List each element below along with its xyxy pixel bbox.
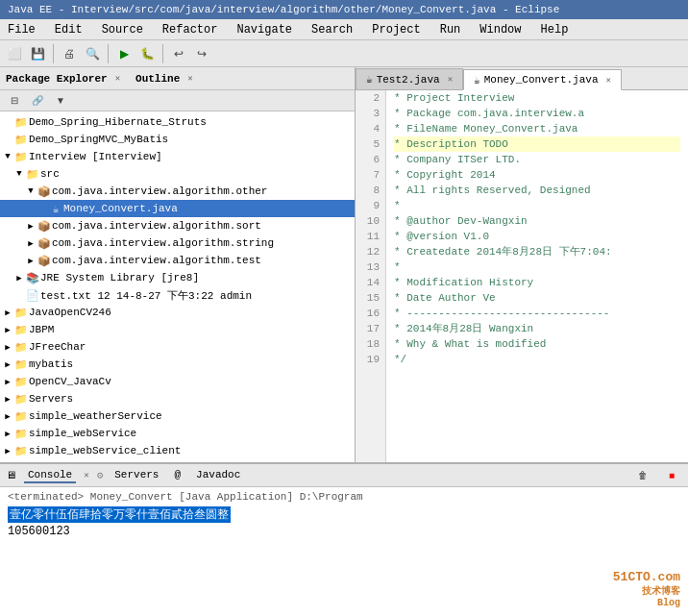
code-line: * Description TODO: [394, 136, 680, 152]
tree-expand-arrow[interactable]: ▶: [2, 359, 13, 370]
tree-expand-arrow[interactable]: ▶: [13, 273, 25, 283]
package-explorer-title: Package Explorer: [6, 73, 108, 85]
tree-item-icon: 📁: [13, 116, 29, 129]
console-separator: ⚙: [97, 469, 104, 481]
code-line: * All rights Reserved, Designed: [394, 183, 680, 198]
new-button[interactable]: ⬜: [4, 43, 25, 64]
tree-item[interactable]: ▶📦 com.java.interview.algorithm.test: [0, 252, 355, 269]
tree-item-label: JavaOpenCV246: [29, 307, 111, 318]
close-icon-explorer[interactable]: ✕: [115, 73, 120, 84]
tree-item-icon: 📁: [13, 428, 29, 440]
sidebar-toolbar: ⊟ 🔗 ▼: [0, 90, 355, 111]
tree-item[interactable]: ▶📁 simple_weatherService: [0, 407, 355, 425]
tree-item[interactable]: 📁 Demo_Spring_Hibernate_Struts: [0, 113, 355, 131]
console-output-line1: 壹亿零什伍佰肆拾零万零什壹佰貳拾叁圆整: [8, 506, 680, 523]
undo-button[interactable]: ↩: [168, 43, 189, 64]
print-button[interactable]: 🖨: [59, 43, 80, 64]
tree-item-icon: 📁: [13, 134, 29, 146]
tree-indent-spacer: [0, 168, 13, 180]
tree-expand-arrow[interactable]: ▶: [25, 238, 37, 249]
editor-tab[interactable]: ☕Test2.java✕: [356, 68, 463, 89]
close-icon-console[interactable]: ✕: [84, 470, 88, 480]
line-number: 11: [361, 229, 380, 244]
tree-expand-arrow[interactable]: ▶: [2, 446, 13, 456]
watermark-line3: Blog: [613, 598, 680, 608]
menu-file[interactable]: File: [4, 22, 39, 37]
menu-edit[interactable]: Edit: [51, 22, 86, 37]
tree-item[interactable]: ▼📦 com.java.interview.algorithm.other: [0, 183, 355, 200]
editor-content: 2345678910111213141516171819 * Project I…: [356, 90, 688, 462]
tree-item[interactable]: ▶📦 com.java.interview.algorithm.string: [0, 234, 355, 252]
tree-expand-arrow[interactable]: ▶: [2, 429, 13, 439]
menu-refactor[interactable]: Refactor: [159, 22, 222, 37]
tree-item[interactable]: ▼📁 Interview [Interview]: [0, 148, 355, 165]
tree-item-icon: 📁: [13, 410, 29, 423]
search-button[interactable]: 🔍: [82, 43, 103, 64]
console-tab-javadoc[interactable]: Javadoc: [192, 468, 244, 483]
sep2: [108, 44, 109, 63]
tree-item[interactable]: ▶📁 OpenCV_JavaCv: [0, 373, 355, 390]
tree-expand-arrow[interactable]: ▼: [2, 152, 13, 161]
tree-item[interactable]: ▶📁 JBPM: [0, 321, 355, 338]
debug-button[interactable]: 🐛: [136, 43, 158, 64]
tree-expand-arrow[interactable]: ▶: [2, 325, 13, 335]
editor-tab-close[interactable]: ✕: [606, 75, 611, 86]
tree-expand-arrow[interactable]: ▶: [2, 411, 13, 422]
editor-tab-close[interactable]: ✕: [448, 74, 453, 85]
tree-item-label: JBPM: [29, 324, 54, 335]
console-stop-button[interactable]: ■: [661, 465, 682, 486]
tree-item[interactable]: ▼📁 src: [0, 165, 355, 183]
console-tab-at[interactable]: @: [170, 468, 184, 483]
console-tab-console[interactable]: Console: [24, 468, 76, 483]
save-button[interactable]: 💾: [27, 43, 48, 64]
menu-project[interactable]: Project: [368, 22, 424, 37]
console-output-highlighted: 壹亿零什伍佰肆拾零万零什壹佰貳拾叁圆整: [8, 506, 231, 523]
tree-item[interactable]: ▶📁 simple_webService_client: [0, 442, 355, 459]
line-number: 14: [361, 275, 380, 290]
collapse-all-button[interactable]: ⊟: [4, 90, 25, 111]
menu-window[interactable]: Window: [476, 22, 525, 37]
tree-item-label: mybatis: [29, 358, 73, 370]
tree-item[interactable]: ▶📁 simple_webService: [0, 425, 355, 442]
tree-item[interactable]: ▶📁 mybatis: [0, 356, 355, 373]
tree-item[interactable]: ▶📁 JFreeChar: [0, 338, 355, 356]
code-content[interactable]: * Project Interview * Package com.java.i…: [386, 90, 688, 462]
run-button[interactable]: ▶: [113, 43, 135, 64]
tree-item[interactable]: 📁 Demo_SpringMVC_MyBatis: [0, 131, 355, 148]
tree-indent-spacer: [0, 272, 13, 283]
menu-help[interactable]: Help: [537, 22, 573, 37]
menu-navigate[interactable]: Navigate: [233, 22, 296, 37]
package-tree: 📁 Demo_Spring_Hibernate_Struts📁 Demo_Spr…: [0, 111, 355, 462]
console-clear-button[interactable]: 🗑: [632, 465, 653, 486]
console-content: <terminated> Money_Convert [Java Applica…: [0, 487, 688, 616]
tree-item-label: Demo_SpringMVC_MyBatis: [29, 134, 168, 145]
tree-expand-arrow[interactable]: ▶: [2, 377, 13, 387]
tree-item-icon: 📦: [37, 220, 52, 233]
tree-expand-arrow[interactable]: ▼: [13, 169, 25, 179]
tree-item[interactable]: ▶📦 com.java.interview.algorithm.sort: [0, 217, 355, 234]
tree-item[interactable]: ☕ Money_Convert.java: [0, 200, 355, 217]
tree-expand-arrow[interactable]: ▶: [25, 221, 37, 232]
tree-item[interactable]: ▶📁 Servers: [0, 390, 355, 407]
console-tab-servers[interactable]: Servers: [111, 468, 162, 483]
editor-tabs: ☕Test2.java✕☕Money_Convert.java✕: [356, 67, 688, 90]
tree-expand-arrow[interactable]: ▶: [25, 256, 37, 266]
tree-item[interactable]: ▶📚 JRE System Library [jre8]: [0, 269, 355, 286]
tree-expand-arrow[interactable]: ▶: [2, 308, 13, 318]
close-icon-outline[interactable]: ✕: [187, 73, 192, 84]
tree-item-icon: 📚: [25, 272, 40, 284]
menu-run[interactable]: Run: [436, 22, 465, 37]
menu-search[interactable]: Search: [307, 22, 356, 37]
tree-expand-arrow[interactable]: ▶: [2, 394, 13, 405]
tree-item[interactable]: ▶📁 JavaOpenCV246: [0, 304, 355, 321]
editor-tab[interactable]: ☕Money_Convert.java✕: [463, 69, 622, 90]
tree-item-label: simple_weatherService: [29, 410, 162, 422]
view-menu-button[interactable]: ▼: [50, 90, 71, 111]
tree-expand-arrow[interactable]: ▶: [2, 342, 13, 353]
link-button[interactable]: 🔗: [27, 90, 48, 111]
menu-source[interactable]: Source: [98, 22, 147, 37]
redo-button[interactable]: ↪: [191, 43, 212, 64]
tree-expand-arrow[interactable]: ▼: [25, 186, 37, 196]
tree-item-label: com.java.interview.algorithm.string: [52, 237, 274, 249]
tree-item[interactable]: 📄 test.txt 12 14-8-27 下午3:22 admin: [0, 286, 355, 304]
